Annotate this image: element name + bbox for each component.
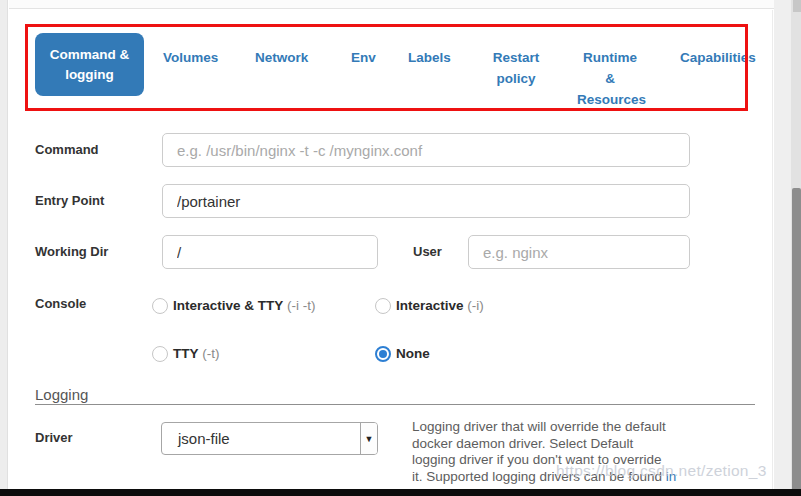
bottom-window-edge: [0, 489, 801, 496]
user-input[interactable]: [468, 235, 690, 269]
scrollbar-thumb[interactable]: [792, 188, 801, 496]
console-option-2-hint: (-t): [202, 346, 219, 361]
entry-point-input[interactable]: [162, 184, 690, 218]
console-option-0-label: Interactive & TTY: [173, 298, 283, 313]
command-input[interactable]: [162, 133, 690, 167]
console-option-none[interactable]: None: [375, 344, 575, 364]
logging-section-divider: [35, 404, 755, 405]
tab-restart-policy[interactable]: Restart policy: [484, 47, 548, 89]
chevron-down-icon[interactable]: ▼: [360, 423, 377, 454]
console-option-interactive[interactable]: Interactive (-i): [375, 296, 605, 316]
console-option-0-hint: (-i -t): [287, 298, 315, 313]
driver-help-line: logging driver if you don't want to over…: [412, 452, 712, 469]
driver-select-value: json-file: [178, 430, 230, 447]
driver-help-link[interactable]: in: [666, 469, 677, 484]
driver-select[interactable]: json-file ▼: [161, 422, 378, 455]
console-option-interactive-tty[interactable]: Interactive & TTY (-i -t): [152, 296, 322, 316]
tab-env[interactable]: Env: [351, 47, 376, 68]
console-label: Console: [35, 296, 86, 311]
console-option-0-radio[interactable]: [152, 298, 168, 314]
scrollbar-top-cap: [793, 0, 801, 12]
console-option-2-label: TTY: [173, 346, 199, 361]
logging-section-title: Logging: [35, 386, 88, 403]
console-option-1-hint: (-i): [467, 298, 484, 313]
driver-help-text: Logging driver that will override the de…: [412, 419, 712, 485]
working-dir-input[interactable]: [162, 235, 378, 269]
tab-labels[interactable]: Labels: [408, 47, 451, 68]
console-option-2-radio[interactable]: [152, 346, 168, 362]
console-option-tty[interactable]: TTY (-t): [152, 344, 352, 364]
page-top-margin: [9, 0, 801, 9]
driver-label: Driver: [35, 430, 73, 445]
command-label: Command: [35, 142, 99, 157]
driver-help-line: Logging driver that will override the de…: [412, 419, 712, 436]
user-label: User: [413, 244, 442, 259]
console-option-3-label: None: [396, 346, 430, 361]
console-option-1-label: Interactive: [396, 298, 464, 313]
tab-runtime-resources[interactable]: Runtime & Resources: [577, 47, 643, 110]
driver-help-line: it. Supported logging drivers can be fou…: [412, 469, 712, 486]
working-dir-label: Working Dir: [35, 244, 108, 259]
page-left-margin: [0, 0, 8, 496]
console-option-1-radio[interactable]: [375, 298, 391, 314]
tab-capabilities[interactable]: Capabilities: [680, 47, 756, 68]
tab-volumes[interactable]: Volumes: [163, 47, 218, 68]
entry-point-label: Entry Point: [35, 193, 104, 208]
tab-command-and-logging[interactable]: Command & logging: [35, 33, 144, 96]
driver-help-line: docker daemon driver. Select Default: [412, 436, 712, 453]
console-option-3-radio[interactable]: [375, 346, 391, 362]
tab-network[interactable]: Network: [255, 47, 308, 68]
